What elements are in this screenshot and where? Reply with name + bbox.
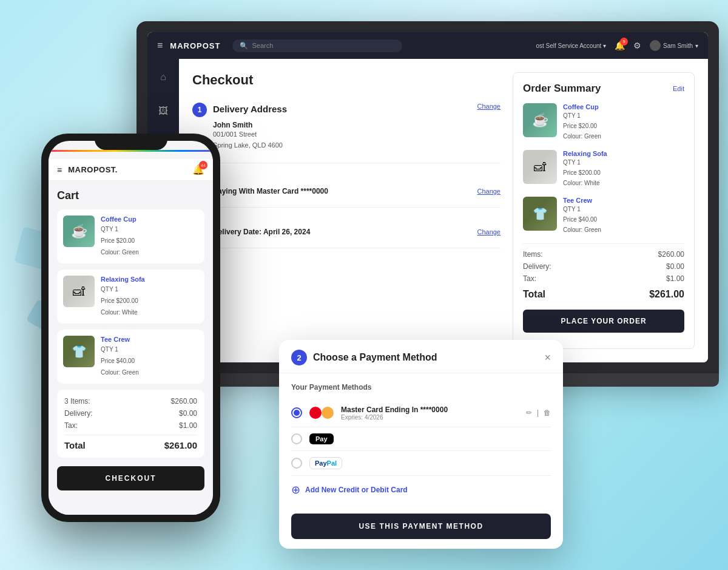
modal-footer: USE THIS PAYMENT METHOD	[279, 514, 563, 549]
laptop-search-bar[interactable]: 🔍 Search	[232, 39, 402, 52]
mastercard-detail: Master Card Ending In ****0000 Expries: …	[341, 405, 519, 421]
payment-option-mastercard[interactable]: Master Card Ending In ****0000 Expries: …	[291, 399, 551, 427]
coffee-cup-qty: QTY 1	[563, 110, 684, 121]
phone-total-label: Total	[64, 440, 86, 450]
user-name: Sam Smith	[663, 42, 693, 49]
sidebar-home[interactable]: ⌂	[152, 66, 174, 88]
change-payment-link[interactable]: Change	[477, 188, 500, 195]
laptop-main: Checkout 1 Delivery Address Change John …	[179, 59, 708, 362]
payment-method-info: Paying With Master Card ****0000	[213, 187, 328, 195]
place-order-button[interactable]: PLACE YOUR ORDER	[523, 310, 684, 333]
delivery-method-step: 3 Delivery Date: April 26, 2024 Change	[192, 216, 500, 248]
sofa-qty: QTY 1	[563, 157, 684, 168]
payment-method-text: Paying With Master Card ****0000	[213, 187, 328, 195]
add-card-row[interactable]: ⊕ Add New Credit or Debit Card	[291, 476, 551, 504]
phone-sofa-colour: Colour: White	[101, 307, 198, 317]
step-num-1: 1	[192, 103, 207, 117]
order-summary-header: Order Summary Edit	[523, 83, 684, 95]
account-label[interactable]: ost Self Service Account ▾	[536, 42, 606, 49]
user-menu[interactable]: Sam Smith ▾	[650, 40, 698, 51]
phone-tee-name[interactable]: Tee Crew	[101, 336, 198, 343]
delete-payment-icon[interactable]: 🗑	[544, 409, 551, 417]
modal-body: Your Payment Methods Master Card Ending …	[279, 373, 563, 514]
order-summary-title: Order Summary	[523, 83, 601, 95]
sofa-colour: Colour: White	[563, 178, 684, 188]
phone-tee-price: Price $40.00	[101, 356, 198, 366]
modal-header: 2 Choose a Payment Method ×	[279, 340, 563, 373]
avatar-icon	[650, 40, 661, 51]
phone-coffee-details: Coffee Cup QTY 1 Price $20.00 Colour: Gr…	[101, 215, 198, 257]
sofa-name[interactable]: Relaxing Sofa	[563, 150, 684, 157]
checkout-button[interactable]: CHECKOUT	[57, 466, 204, 490]
notification-bell[interactable]: 🔔 9	[615, 40, 625, 51]
sofa-price: Price $200.00	[563, 168, 684, 178]
phone-coffee-price: Price $20.00	[101, 236, 198, 246]
coffee-cup-price: Price $20.00	[563, 121, 684, 131]
mastercard-name: Master Card Ending In ****0000	[341, 405, 519, 414]
step-header-delivery: 1 Delivery Address Change	[192, 103, 500, 117]
phone-sofa-image: 🛋	[63, 276, 95, 307]
tee-qty: QTY 1	[563, 204, 684, 214]
payment-option-applepay[interactable]: Pay	[291, 427, 551, 451]
phone-tee-image: 👕	[63, 336, 95, 367]
search-placeholder: Search	[252, 42, 273, 49]
phone-sofa-price: Price $200.00	[101, 296, 198, 306]
phone-sofa-img-bg: 🛋	[63, 276, 95, 307]
sofa-image: 🛋	[523, 150, 557, 184]
tax-label: Tax:	[523, 274, 536, 283]
change-delivery-link[interactable]: Change	[477, 103, 500, 110]
phone-sofa-name[interactable]: Relaxing Sofa	[101, 276, 198, 283]
mastercard-actions: ✏ | 🗑	[526, 409, 551, 417]
phone-tee-qty: QTY 1	[101, 344, 198, 355]
phone-cart-item-coffee: ☕ Coffee Cup QTY 1 Price $20.00 Colour: …	[57, 209, 204, 263]
radio-applepay[interactable]	[291, 433, 302, 444]
coffee-cup-colour: Colour: Green	[563, 131, 684, 141]
phone-cart-item-sofa: 🛋 Relaxing Sofa QTY 1 Price $200.00 Colo…	[57, 270, 204, 324]
phone-coffee-name[interactable]: Coffee Cup	[101, 215, 198, 223]
order-summary-panel: Order Summary Edit ☕ Coffee Cup QTY 1	[513, 72, 695, 349]
radio-mastercard[interactable]	[291, 407, 302, 418]
radio-paypal[interactable]	[291, 458, 302, 469]
laptop-logo: MAROPOST	[170, 41, 220, 50]
step-title-delivery: Delivery Address	[213, 104, 287, 114]
step-content-delivery: John Smith 001/001 Street Spring Lake, Q…	[213, 121, 500, 151]
summary-divider	[523, 243, 684, 244]
laptop-shell: ≡ MAROPOST 🔍 Search ost Self Service Acc…	[136, 21, 719, 373]
order-summary-edit[interactable]: Edit	[673, 85, 684, 92]
cart-title: Cart	[57, 189, 204, 202]
phone-hamburger-icon[interactable]: ≡	[57, 165, 62, 175]
os-item-coffee-cup: ☕ Coffee Cup QTY 1 Price $20.00 Colour: …	[523, 103, 684, 141]
topbar-right: ost Self Service Account ▾ 🔔 9 ⚙ Sam Smi…	[536, 40, 698, 51]
use-payment-button[interactable]: USE THIS PAYMENT METHOD	[291, 514, 551, 539]
coffee-cup-name[interactable]: Coffee Cup	[563, 103, 684, 110]
coffee-cup-img-bg: ☕	[523, 103, 557, 137]
phone-notification-bell[interactable]: 🔔 44	[192, 164, 204, 175]
phone-tee-colour: Colour: Green	[101, 367, 198, 378]
payment-option-paypal[interactable]: PayPal	[291, 451, 551, 476]
phone-coffee-qty: QTY 1	[101, 224, 198, 234]
modal-close-button[interactable]: ×	[544, 351, 551, 364]
mastercard-icon	[309, 405, 334, 421]
edit-payment-icon[interactable]: ✏	[526, 409, 532, 417]
phone-logo: MAROPOST.	[68, 165, 192, 174]
settings-icon[interactable]: ⚙	[633, 41, 641, 50]
payment-methods-subtitle: Your Payment Methods	[291, 383, 551, 392]
os-item-tee-crew: 👕 Tee Crew QTY 1 Price $40.00 Colour: Gr…	[523, 197, 684, 235]
total-row: Total $261.00	[523, 289, 684, 300]
phone-tax-row: Tax: $1.00	[64, 421, 197, 430]
sofa-details: Relaxing Sofa QTY 1 Price $200.00 Colour…	[563, 150, 684, 188]
delivery-address-step: 1 Delivery Address Change John Smith 001…	[192, 103, 500, 163]
tee-name[interactable]: Tee Crew	[563, 197, 684, 204]
hamburger-icon[interactable]: ≡	[157, 40, 163, 51]
change-delivery-method-link[interactable]: Change	[477, 228, 500, 236]
phone-coffee-img-bg: ☕	[63, 215, 95, 247]
mc-right-circle	[322, 407, 334, 419]
phone-total-row: Total $261.00	[64, 435, 197, 450]
sidebar-gallery[interactable]: 🖼	[152, 100, 174, 122]
coffee-cup-image: ☕	[523, 103, 557, 137]
sofa-img-bg: 🛋	[523, 150, 557, 184]
delivery-date-text: Delivery Date: April 26, 2024	[213, 228, 310, 236]
items-row: Items: $260.00	[523, 250, 684, 259]
add-card-text[interactable]: Add New Credit or Debit Card	[305, 486, 408, 494]
tee-colour: Colour: Green	[563, 225, 684, 235]
